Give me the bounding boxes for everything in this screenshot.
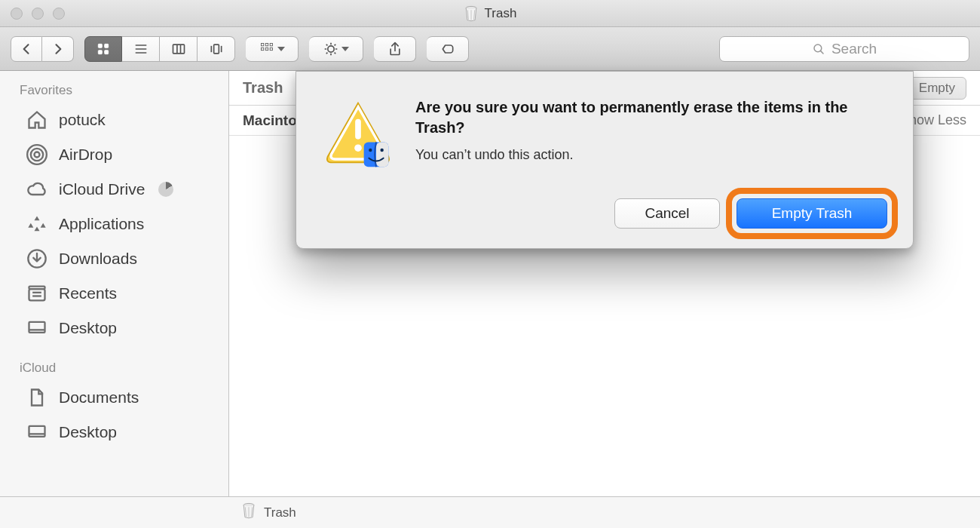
svg-rect-18 — [265, 48, 268, 50]
content-pane: Trash Empty Macintosh HD Show Less — [229, 71, 980, 496]
svg-rect-3 — [98, 50, 102, 54]
empty-button-label: Empty — [919, 81, 955, 96]
svg-point-0 — [466, 6, 476, 10]
sidebar-item-documents[interactable]: Documents — [0, 380, 228, 415]
window-zoom-button[interactable] — [53, 8, 65, 20]
dialog-message: You can’t undo this action. — [415, 147, 887, 163]
sidebar-item-desktop[interactable]: Desktop — [0, 311, 228, 345]
sidebar-item-airdrop[interactable]: AirDrop — [0, 137, 228, 172]
svg-rect-27 — [29, 289, 45, 300]
confirm-empty-trash-dialog: Are you sure you want to permanently era… — [296, 71, 914, 249]
path-bar: Trash — [0, 496, 980, 528]
sidebar-item-potuck[interactable]: potuck — [0, 103, 228, 137]
column-view-button[interactable] — [160, 36, 198, 62]
view-mode-switcher — [84, 36, 235, 62]
toolbar: Search — [0, 27, 980, 71]
svg-point-23 — [35, 152, 40, 158]
svg-rect-38 — [376, 143, 388, 167]
svg-rect-4 — [105, 50, 109, 54]
cancel-button[interactable]: Cancel — [614, 198, 720, 229]
group-by-dropdown[interactable] — [246, 36, 299, 62]
svg-point-40 — [380, 149, 383, 152]
path-bar-label[interactable]: Trash — [264, 505, 296, 520]
cloud-icon — [26, 178, 48, 201]
sidebar-item-label: iCloud Drive — [59, 180, 145, 198]
recents-icon — [26, 282, 48, 305]
list-view-button[interactable] — [122, 36, 160, 62]
sidebar-item-label: Recents — [59, 284, 117, 302]
empty-trash-button[interactable]: Empty — [908, 77, 966, 100]
svg-rect-33 — [29, 426, 45, 437]
svg-rect-31 — [29, 322, 45, 333]
trash-icon — [241, 502, 256, 523]
icon-view-button[interactable] — [84, 36, 122, 62]
share-button[interactable] — [374, 36, 416, 62]
svg-point-39 — [369, 149, 372, 152]
trash-icon — [464, 5, 479, 22]
empty-trash-confirm-label: Empty Trash — [772, 205, 853, 222]
home-icon — [26, 109, 48, 131]
sidebar-item-icloud-drive[interactable]: iCloud Drive — [0, 172, 228, 207]
svg-point-24 — [31, 149, 43, 161]
sidebar-heading-icloud: iCloud — [0, 356, 228, 380]
tags-button[interactable] — [427, 36, 469, 62]
svg-line-22 — [820, 51, 823, 54]
svg-rect-17 — [261, 48, 263, 50]
sidebar-item-label: Desktop — [59, 319, 117, 337]
applications-icon — [26, 213, 48, 235]
traffic-lights — [11, 8, 65, 20]
desktop-icon — [26, 317, 48, 339]
chevron-down-icon — [277, 47, 285, 51]
cancel-button-label: Cancel — [645, 205, 689, 222]
svg-rect-1 — [98, 44, 102, 48]
sidebar-item-label: Desktop — [59, 423, 117, 441]
sidebar: Favorites potuck AirDrop iCloud Drive — [0, 71, 229, 496]
gallery-view-button[interactable] — [198, 36, 235, 62]
window-title-text: Trash — [485, 6, 517, 21]
nav-forward-button[interactable] — [42, 36, 74, 62]
sidebar-item-label: Applications — [59, 215, 144, 233]
search-icon — [812, 42, 825, 56]
svg-rect-14 — [261, 43, 263, 45]
titlebar: Trash — [0, 0, 980, 27]
dialog-heading: Are you sure you want to permanently era… — [415, 97, 887, 138]
sidebar-heading-favorites: Favorites — [0, 78, 228, 103]
downloads-icon — [26, 247, 48, 270]
window-title: Trash — [0, 5, 980, 22]
sidebar-item-desktop-icloud[interactable]: Desktop — [0, 415, 228, 450]
search-input[interactable]: Search — [719, 36, 969, 62]
window-close-button[interactable] — [11, 8, 23, 20]
svg-rect-11 — [213, 45, 219, 54]
icloud-sync-progress-icon — [158, 182, 173, 197]
sidebar-item-recents[interactable]: Recents — [0, 276, 228, 311]
nav-buttons — [11, 36, 74, 62]
empty-trash-confirm-button[interactable]: Empty Trash — [737, 198, 887, 229]
svg-rect-2 — [105, 44, 109, 48]
sidebar-item-label: Documents — [59, 388, 139, 407]
warning-icon — [322, 97, 394, 173]
sidebar-item-downloads[interactable]: Downloads — [0, 241, 228, 276]
action-menu-button[interactable] — [309, 36, 363, 62]
sidebar-item-applications[interactable]: Applications — [0, 207, 228, 241]
desktop-icon — [26, 421, 48, 444]
sidebar-item-label: potuck — [59, 111, 106, 129]
svg-point-36 — [354, 144, 362, 152]
svg-rect-8 — [173, 45, 184, 54]
sidebar-item-label: Downloads — [59, 250, 137, 268]
svg-rect-35 — [355, 119, 361, 140]
chevron-down-icon — [341, 47, 349, 51]
svg-rect-28 — [29, 287, 45, 290]
svg-rect-19 — [270, 48, 272, 50]
svg-point-20 — [327, 45, 333, 51]
window-minimize-button[interactable] — [32, 8, 44, 20]
sidebar-item-label: AirDrop — [59, 146, 112, 164]
airdrop-icon — [26, 143, 48, 166]
dialog-text: Are you sure you want to permanently era… — [415, 97, 887, 173]
svg-rect-15 — [265, 43, 268, 45]
svg-rect-16 — [270, 43, 272, 45]
search-placeholder: Search — [831, 41, 877, 57]
content-title: Trash — [243, 79, 283, 97]
document-icon — [26, 386, 48, 409]
nav-back-button[interactable] — [11, 36, 42, 62]
